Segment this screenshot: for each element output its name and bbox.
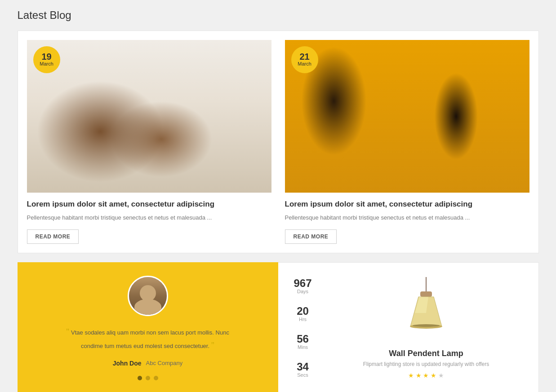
date-badge-2: 21 March <box>291 46 318 73</box>
avatar-image <box>129 277 167 315</box>
svg-rect-1 <box>420 291 432 297</box>
testimonial-panel: " Vtae sodales aliq uam morbi non sem la… <box>18 262 278 392</box>
star-3: ★ <box>423 372 429 379</box>
read-more-btn-1[interactable]: READ MORE <box>27 229 79 244</box>
countdown-mins-label: Mins <box>298 344 308 350</box>
blog-section: 19 March Lorem ipsum dolor sit amet, con… <box>18 31 539 253</box>
quote-close-icon: " <box>211 341 214 350</box>
product-image <box>395 277 458 344</box>
avatar <box>128 276 168 316</box>
blog-image-1 <box>27 40 271 193</box>
blog-excerpt-2: Pellentesque habitant morbi tristique se… <box>285 213 529 222</box>
star-1: ★ <box>408 372 414 379</box>
lamp-svg <box>397 277 455 344</box>
countdown-hrs-label: Hrs <box>299 317 307 322</box>
star-5: ★ <box>438 372 444 379</box>
countdown-days-label: Days <box>297 289 308 294</box>
star-4: ★ <box>431 372 436 379</box>
svg-point-3 <box>413 324 440 327</box>
countdown-secs-label: Secs <box>297 372 308 378</box>
blog-card-2: 21 March Lorem ipsum dolor sit amet, con… <box>285 40 529 244</box>
blog-image-wrapper-2: 21 March <box>285 40 529 193</box>
countdown-days: 967 Days <box>283 274 323 298</box>
countdown-days-value: 967 <box>294 278 311 289</box>
testimonial-quote: " Vtae sodales aliq uam morbi non sem la… <box>62 325 233 352</box>
star-2: ★ <box>416 372 422 379</box>
product-panel: 967 Days 20 Hrs 56 Mins 34 Secs <box>278 262 539 392</box>
date-day-1: 19 <box>41 52 51 61</box>
carousel-dots <box>138 376 158 380</box>
countdown-secs: 34 Secs <box>283 358 323 381</box>
countdown-secs-value: 34 <box>297 361 309 372</box>
blog-grid: 19 March Lorem ipsum dolor sit amet, con… <box>27 40 529 244</box>
date-badge-1: 19 March <box>33 46 60 73</box>
page-wrapper: Latest Blog 19 March Lorem ipsum dolor s… <box>18 9 539 392</box>
date-day-2: 21 <box>299 52 309 61</box>
blog-title-2: Lorem ipsum dolor sit amet, consectetur … <box>285 200 529 209</box>
author-name: John Doe <box>113 360 142 367</box>
quote-text: Vtae sodales aliq uam morbi non sem lacu… <box>71 329 229 350</box>
countdown-hrs-value: 20 <box>297 306 309 317</box>
dot-3[interactable] <box>154 376 158 380</box>
dot-2[interactable] <box>146 376 150 380</box>
countdown-hrs: 20 Hrs <box>283 302 323 326</box>
testimonial-author: John Doe Abc Company <box>113 360 182 367</box>
date-month-2: March <box>298 61 311 67</box>
countdown-mins-value: 56 <box>297 334 309 344</box>
read-more-btn-2[interactable]: READ MORE <box>285 229 337 244</box>
countdown-section: 967 Days 20 Hrs 56 Mins 34 Secs <box>278 263 328 392</box>
blog-title-1: Lorem ipsum dolor sit amet, consectetur … <box>27 200 271 209</box>
date-month-1: March <box>40 61 53 67</box>
author-company: Abc Company <box>146 360 183 366</box>
product-image-area: Wall Pendent Lamp Flipmart lighting stor… <box>363 277 489 379</box>
quote-open-icon: " <box>66 327 69 336</box>
dot-1[interactable] <box>138 376 142 380</box>
bottom-section: " Vtae sodales aliq uam morbi non sem la… <box>18 262 539 392</box>
blog-image-2 <box>285 40 529 193</box>
countdown-mins: 56 Mins <box>283 330 323 353</box>
product-stars: ★ ★ ★ ★ ★ <box>408 372 445 379</box>
section-title: Latest Blog <box>18 9 539 22</box>
blog-card-1: 19 March Lorem ipsum dolor sit amet, con… <box>27 40 271 244</box>
product-name: Wall Pendent Lamp <box>389 349 463 358</box>
product-description: Flipmart lighting store is updated regul… <box>363 361 489 367</box>
blog-image-wrapper-1: 19 March <box>27 40 271 193</box>
blog-excerpt-1: Pellentesque habitant morbi tristique se… <box>27 213 271 222</box>
